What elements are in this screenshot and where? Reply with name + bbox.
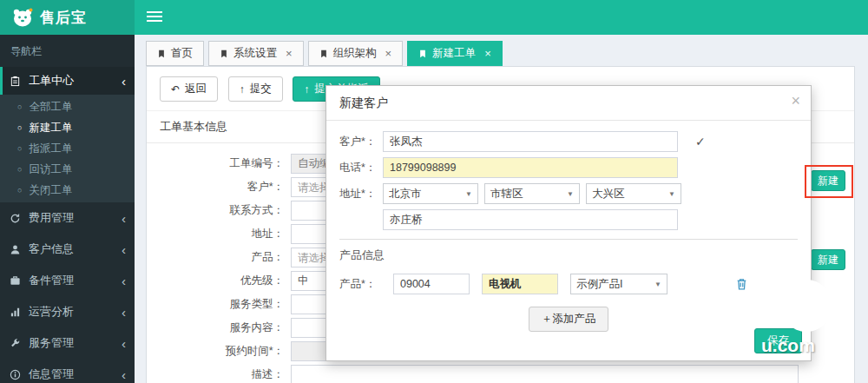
sidebar-item-fee-management[interactable]: 费用管理 ‹	[0, 202, 135, 234]
info-icon	[9, 369, 21, 380]
up-arrow-icon: ↑	[304, 84, 309, 95]
back-button[interactable]: ↶ 返回	[160, 76, 218, 102]
modal-row-customer: 客户*： ✓	[339, 130, 798, 153]
field-label: 产品：	[147, 250, 291, 265]
field-label: 工单编号：	[147, 156, 291, 171]
chevron-left-icon: ‹	[122, 243, 126, 256]
circle-icon: ○	[17, 166, 22, 174]
close-tab-icon[interactable]: ×	[286, 47, 293, 60]
modal-customer-input[interactable]	[383, 131, 678, 152]
field-label: 预约时间*：	[147, 344, 291, 359]
bookmark-icon	[319, 49, 328, 59]
product-select-value: 示例产品I	[576, 277, 622, 292]
sidebar-item-spare-parts[interactable]: 备件管理 ‹	[0, 265, 135, 296]
hamburger-menu-icon[interactable]	[147, 11, 162, 24]
sidebar-item-revisit-workorder[interactable]: ○ 回访工单	[0, 159, 135, 180]
field-label: 服务内容：	[147, 320, 291, 335]
submit-label: 提交	[250, 82, 272, 96]
back-arrow-icon: ↶	[171, 84, 180, 95]
trash-icon[interactable]	[735, 277, 748, 291]
app-logo[interactable]: 售后宝	[0, 0, 135, 35]
sidebar-item-label: 服务管理	[29, 335, 74, 351]
submit-button[interactable]: ↑ 提交	[228, 76, 283, 102]
tab-new-workorder[interactable]: 新建工单 ×	[407, 41, 503, 66]
modal-row-product: 产品*： 示例产品I ▼	[339, 274, 798, 294]
modal-header: 新建客户 ×	[326, 86, 811, 121]
tab-label: 首页	[171, 46, 193, 61]
circle-icon: ○	[17, 145, 22, 153]
close-tab-icon[interactable]: ×	[385, 47, 392, 60]
product-select[interactable]: 示例产品I ▼	[570, 274, 667, 294]
sidebar-item-all-workorders[interactable]: ○ 全部工单	[0, 96, 135, 117]
up-arrow-icon: ↑	[240, 84, 245, 95]
field-label: 客户*：	[147, 180, 291, 195]
save-button[interactable]: 保存	[754, 328, 802, 353]
province-select[interactable]: 北京市 ▼	[383, 183, 478, 204]
close-tab-icon[interactable]: ×	[484, 47, 491, 60]
district-value: 大兴区	[592, 187, 625, 201]
chevron-left-icon: ‹	[122, 212, 126, 225]
field-label: 产品*：	[339, 277, 393, 292]
field-label: 联系方式：	[147, 203, 291, 218]
bar-chart-icon	[9, 307, 21, 318]
chevron-left-icon: ‹	[122, 274, 126, 287]
bookmark-icon	[220, 49, 228, 59]
chevron-left-icon: ‹	[122, 75, 126, 88]
modal-body: 客户*： ✓ 电话*： 地址*： 北京市 ▼ 市辖区 ▼ 大兴区	[326, 121, 811, 332]
sidebar-item-label: 费用管理	[29, 210, 74, 226]
modal-row-street	[339, 208, 798, 231]
tab-label: 新建工单	[432, 46, 476, 61]
add-product-button[interactable]: ＋添加产品	[529, 307, 609, 332]
new-product-button[interactable]: 新建	[811, 249, 845, 270]
chevron-down-icon: ▼	[465, 190, 472, 198]
sidebar-item-label: 工单中心	[29, 73, 74, 89]
sidebar-item-info-management[interactable]: 信息管理 ‹	[0, 359, 135, 383]
tab-org-structure[interactable]: 组织架构 ×	[308, 41, 404, 66]
back-label: 返回	[185, 82, 207, 96]
field-label: 地址*：	[339, 187, 383, 201]
subitem-label: 回访工单	[29, 162, 72, 177]
product-code-input[interactable]	[393, 274, 470, 294]
description-field[interactable]	[291, 365, 799, 383]
chevron-down-icon: ▼	[567, 190, 574, 198]
sidebar-item-service-management[interactable]: 服务管理 ‹	[0, 327, 135, 359]
field-label: 地址：	[147, 227, 291, 241]
sidebar-item-operation-analysis[interactable]: 运营分析 ‹	[0, 296, 135, 327]
sidebar-item-workorder-center[interactable]: 工单中心 ‹	[0, 67, 135, 95]
modal-phone-input[interactable]	[383, 157, 678, 178]
tab-strip: 首页 系统设置 × 组织架构 × 新建工单 ×	[146, 41, 503, 66]
modal-street-input[interactable]	[383, 209, 678, 230]
sidebar-item-label: 信息管理	[29, 366, 74, 382]
form-row-description: 描述：	[147, 363, 854, 383]
field-label: 优先级：	[147, 274, 291, 288]
sidebar-item-customer-info[interactable]: 客户信息 ‹	[0, 234, 135, 265]
product-name-input[interactable]	[482, 274, 558, 294]
tab-label: 系统设置	[233, 46, 277, 61]
new-customer-button[interactable]: 新建	[811, 170, 845, 191]
field-label: 电话*：	[339, 161, 383, 175]
modal-row-address: 地址*： 北京市 ▼ 市辖区 ▼ 大兴区 ▼	[339, 182, 798, 205]
subitem-label: 全部工单	[29, 100, 72, 115]
sidebar-item-new-workorder[interactable]: ○ 新建工单	[0, 117, 135, 138]
field-label: 客户*：	[339, 135, 383, 149]
wrench-icon	[9, 338, 21, 349]
user-icon	[9, 244, 21, 255]
modal-row-phone: 电话*：	[339, 156, 798, 179]
top-bar	[135, 0, 868, 35]
sidebar-item-assign-workorder[interactable]: ○ 指派工单	[0, 138, 135, 159]
chevron-down-icon: ▼	[654, 281, 661, 288]
bookmark-icon	[418, 49, 427, 59]
priority-value: 中	[298, 274, 309, 288]
sidebar-item-label: 备件管理	[29, 273, 74, 288]
subitem-label: 新建工单	[29, 121, 72, 135]
close-icon[interactable]: ×	[791, 92, 800, 110]
product-section-title: 产品信息	[339, 239, 798, 263]
tab-system-settings[interactable]: 系统设置 ×	[208, 41, 304, 66]
tab-home[interactable]: 首页	[146, 41, 204, 66]
district-select[interactable]: 大兴区 ▼	[586, 183, 681, 204]
circle-icon: ○	[17, 103, 22, 111]
sidebar-item-close-workorder[interactable]: ○ 关闭工单	[0, 180, 135, 201]
subitem-label: 指派工单	[29, 142, 72, 156]
city-select[interactable]: 市辖区 ▼	[484, 183, 580, 204]
tab-label: 组织架构	[333, 46, 377, 61]
